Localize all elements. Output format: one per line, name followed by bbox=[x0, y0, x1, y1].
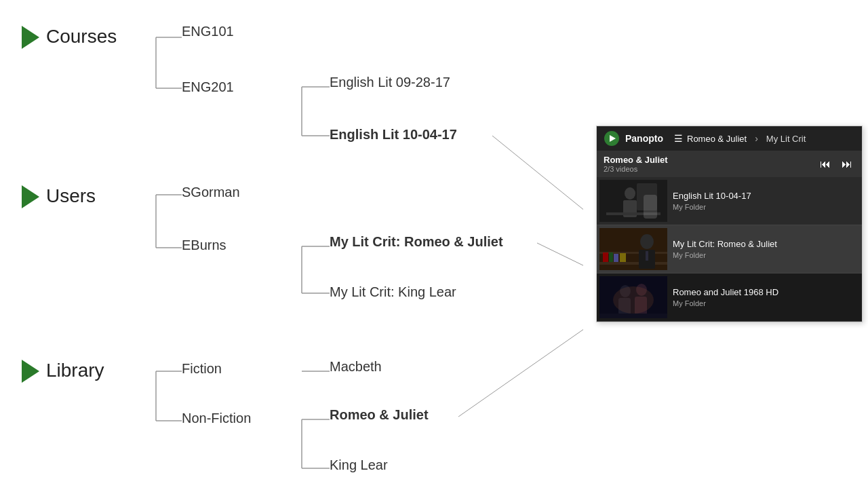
breadcrumb-parent-text: Romeo & Juliet bbox=[687, 134, 747, 144]
breadcrumb-parent[interactable]: ☰ Romeo & Juliet bbox=[674, 133, 747, 144]
svg-rect-6 bbox=[606, 212, 660, 215]
video-folder-3: My Folder bbox=[673, 299, 859, 307]
video-item-2[interactable]: My Lit Crit: Romeo & Juliet My Folder bbox=[597, 225, 862, 274]
breadcrumb-separator: › bbox=[755, 133, 758, 144]
svg-rect-3 bbox=[637, 183, 657, 210]
svg-rect-11 bbox=[609, 252, 613, 262]
englit1-label: English Lit 09-28-17 bbox=[330, 75, 450, 90]
video-item-1[interactable]: English Lit 10-04-17 My Folder bbox=[597, 177, 862, 225]
romeojuliet-label: Romeo & Juliet bbox=[330, 407, 429, 422]
video-meta-3: Romeo and Juliet 1968 HD My Folder bbox=[673, 287, 859, 308]
mylitcrit1-label: My Lit Crit: Romeo & Juliet bbox=[330, 234, 503, 249]
next-button[interactable]: ⏭ bbox=[839, 157, 855, 172]
englit2-connect-line bbox=[492, 136, 583, 214]
playlist-title: Romeo & Juliet bbox=[604, 155, 668, 165]
users-label: Users bbox=[46, 185, 96, 206]
breadcrumb-current: My Lit Crit bbox=[766, 134, 806, 144]
playlist-subheader: Romeo & Juliet 2/3 videos ⏮ ⏭ bbox=[597, 151, 862, 177]
library-label: Library bbox=[46, 360, 104, 381]
svg-rect-16 bbox=[646, 251, 648, 261]
playlist-count: 2/3 videos bbox=[604, 165, 668, 173]
sgorman-label: SGorman bbox=[182, 185, 240, 200]
englit2-label: English Lit 10-04-17 bbox=[330, 127, 457, 142]
library-play-icon[interactable] bbox=[22, 360, 39, 383]
svg-rect-8 bbox=[599, 262, 667, 265]
playlist-info: Romeo & Juliet 2/3 videos bbox=[604, 155, 668, 173]
svg-rect-12 bbox=[614, 254, 618, 262]
tree-diagram: Courses ENG101 ENG201 English Lit 09-28-… bbox=[0, 0, 583, 490]
courses-label: Courses bbox=[46, 26, 117, 47]
svg-rect-13 bbox=[620, 253, 626, 262]
prev-button[interactable]: ⏮ bbox=[817, 157, 833, 172]
eng201-label: ENG201 bbox=[182, 79, 234, 94]
panopto-header: Panopto ☰ Romeo & Juliet › My Lit Crit bbox=[597, 126, 862, 151]
svg-rect-10 bbox=[603, 252, 608, 262]
svg-point-14 bbox=[640, 234, 654, 249]
video-title-1: English Lit 10-04-17 bbox=[673, 191, 859, 202]
video-thumb-3 bbox=[599, 276, 667, 318]
macbeth-label: Macbeth bbox=[330, 359, 382, 374]
svg-rect-23 bbox=[599, 314, 667, 318]
users-play-icon[interactable] bbox=[22, 185, 39, 208]
eburns-label: EBurns bbox=[182, 238, 226, 252]
panopto-logo-icon bbox=[604, 130, 620, 147]
fiction-label: Fiction bbox=[182, 361, 222, 376]
video-meta-1: English Lit 10-04-17 My Folder bbox=[673, 191, 859, 212]
panopto-logo-text: Panopto bbox=[625, 133, 663, 144]
video-folder-2: My Folder bbox=[673, 251, 859, 259]
courses-play-icon[interactable] bbox=[22, 26, 39, 49]
romeojuliet-connect-line bbox=[458, 326, 583, 417]
kinglear-label: King Lear bbox=[330, 457, 388, 472]
svg-point-4 bbox=[625, 187, 635, 200]
video-item-3[interactable]: Romeo and Juliet 1968 HD My Folder bbox=[597, 274, 862, 322]
video-folder-1: My Folder bbox=[673, 203, 859, 211]
video-title-3: Romeo and Juliet 1968 HD bbox=[673, 287, 859, 299]
svg-point-22 bbox=[613, 286, 654, 314]
video-title-2: My Lit Crit: Romeo & Juliet bbox=[673, 239, 859, 250]
video-thumb-2 bbox=[599, 228, 667, 270]
video-thumb-1 bbox=[599, 180, 667, 222]
mylitcrit2-label: My Lit Crit: King Lear bbox=[330, 284, 456, 299]
mylitcrit1-connect-line bbox=[537, 243, 583, 268]
nonfiction-label: Non-Fiction bbox=[182, 411, 251, 426]
playlist-controls: ⏮ ⏭ bbox=[817, 157, 855, 172]
eng101-label: ENG101 bbox=[182, 24, 234, 39]
panopto-panel: Panopto ☰ Romeo & Juliet › My Lit Crit R… bbox=[596, 126, 863, 322]
video-meta-2: My Lit Crit: Romeo & Juliet My Folder bbox=[673, 239, 859, 260]
list-icon: ☰ bbox=[674, 133, 683, 144]
